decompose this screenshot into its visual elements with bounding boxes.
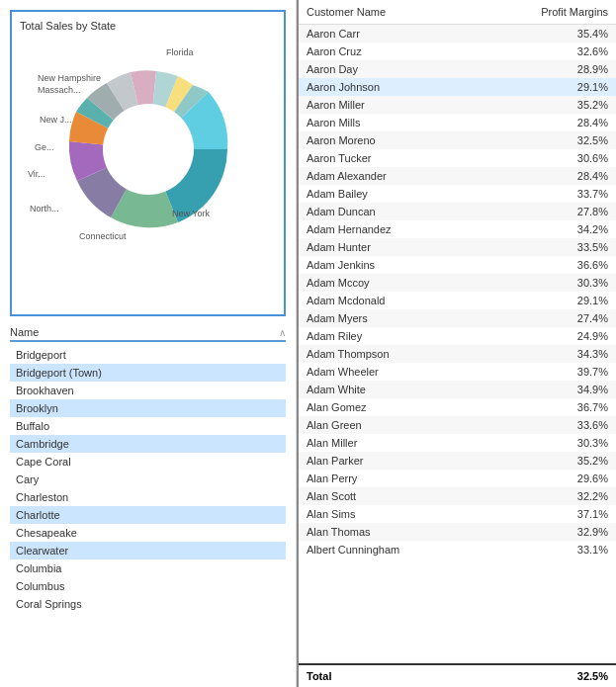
list-item[interactable]: Coral Springs	[10, 595, 286, 613]
chart-title: Total Sales by State	[20, 20, 276, 32]
list-item[interactable]: Cambridge	[10, 435, 286, 453]
list-item[interactable]: Bridgeport	[10, 346, 286, 364]
customer-name-cell: Aaron Cruz	[299, 43, 479, 60]
customer-name-cell: Adam Myers	[299, 309, 479, 327]
table-row[interactable]: Alan Green33.6%	[299, 416, 616, 434]
profit-margin-cell: 33.5%	[479, 238, 616, 256]
main-container: Total Sales by State	[0, 0, 616, 687]
right-panel: Customer Name Profit Margins Aaron Carr3…	[297, 0, 616, 687]
customer-name-cell: Albert Cunningham	[299, 541, 479, 558]
profit-margin-cell: 30.6%	[479, 149, 616, 167]
table-row[interactable]: Adam Mcdonald29.1%	[299, 292, 616, 309]
list-item[interactable]: Brooklyn	[10, 399, 286, 417]
table-container[interactable]: Customer Name Profit Margins Aaron Carr3…	[299, 0, 616, 663]
list-item[interactable]: Cary	[10, 471, 286, 488]
table-row[interactable]: Aaron Miller35.2%	[299, 96, 616, 114]
list-item[interactable]: Chesapeake	[10, 524, 286, 542]
profit-margin-cell: 28.4%	[479, 167, 616, 185]
profit-margin-cell: 27.8%	[479, 203, 616, 220]
table-row[interactable]: Alan Sims37.1%	[299, 505, 616, 523]
profit-margin-cell: 33.6%	[479, 416, 616, 434]
profit-margin-cell: 28.9%	[479, 60, 616, 78]
customer-name-cell: Adam Bailey	[299, 185, 479, 203]
customer-name-cell: Alan Scott	[299, 487, 479, 505]
table-row[interactable]: Adam Jenkins36.6%	[299, 256, 616, 274]
table-row[interactable]: Aaron Carr35.4%	[299, 25, 616, 43]
profit-margin-cell: 35.4%	[479, 25, 616, 43]
donut-chart-svg	[49, 36, 247, 243]
list-item[interactable]: Buffalo	[10, 417, 286, 435]
list-item[interactable]: Columbus	[10, 577, 286, 595]
customer-name-cell: Adam Thompson	[299, 345, 479, 363]
chart-inner: Florida New York Connecticut North... Vi…	[20, 36, 276, 293]
profit-margin-cell: 28.4%	[479, 114, 616, 131]
customer-name-cell: Aaron Day	[299, 60, 479, 78]
customer-name-cell: Adam Riley	[299, 327, 479, 345]
table-row[interactable]: Adam Hernandez34.2%	[299, 220, 616, 238]
profit-margin-cell: 39.7%	[479, 363, 616, 381]
table-row[interactable]: Adam Thompson34.3%	[299, 345, 616, 363]
col-customer-name: Customer Name	[299, 0, 479, 25]
profit-margin-cell: 24.9%	[479, 327, 616, 345]
table-row[interactable]: Adam Duncan27.8%	[299, 203, 616, 220]
table-row[interactable]: Aaron Day28.9%	[299, 60, 616, 78]
table-row[interactable]: Adam Mccoy30.3%	[299, 274, 616, 292]
table-row[interactable]: Alan Perry29.6%	[299, 470, 616, 487]
customer-name-cell: Alan Perry	[299, 470, 479, 487]
table-row[interactable]: Adam Wheeler39.7%	[299, 363, 616, 381]
table-row[interactable]: Adam White34.9%	[299, 381, 616, 398]
customer-name-cell: Adam Jenkins	[299, 256, 479, 274]
table-row[interactable]: Aaron Mills28.4%	[299, 114, 616, 131]
profit-margin-cell: 34.2%	[479, 220, 616, 238]
table-row[interactable]: Aaron Tucker30.6%	[299, 149, 616, 167]
table-row[interactable]: Alan Parker35.2%	[299, 452, 616, 470]
customer-name-cell: Aaron Miller	[299, 96, 479, 114]
customer-name-cell: Alan Miller	[299, 434, 479, 452]
table-row[interactable]: Aaron Johnson29.1%	[299, 78, 616, 96]
profit-margin-cell: 35.2%	[479, 452, 616, 470]
total-label: Total	[307, 670, 331, 682]
table-row[interactable]: Adam Riley24.9%	[299, 327, 616, 345]
list-header-label: Name	[10, 326, 39, 338]
table-body: Aaron Carr35.4%Aaron Cruz32.6%Aaron Day2…	[299, 25, 616, 559]
table-row[interactable]: Albert Cunningham33.1%	[299, 541, 616, 558]
chart-container: Total Sales by State	[10, 10, 286, 316]
list-header: Name ∧	[10, 326, 286, 342]
profit-margin-cell: 29.1%	[479, 292, 616, 309]
profit-margin-cell: 36.6%	[479, 256, 616, 274]
table-row[interactable]: Adam Alexander28.4%	[299, 167, 616, 185]
profit-margin-cell: 33.1%	[479, 541, 616, 558]
table-row[interactable]: Aaron Cruz32.6%	[299, 43, 616, 60]
table-row[interactable]: Adam Hunter33.5%	[299, 238, 616, 256]
table-row[interactable]: Alan Miller30.3%	[299, 434, 616, 452]
profit-margin-cell: 32.2%	[479, 487, 616, 505]
list-items[interactable]: BridgeportBridgeport (Town)BrookhavenBro…	[10, 346, 286, 687]
table-row[interactable]: Alan Scott32.2%	[299, 487, 616, 505]
list-item[interactable]: Cape Coral	[10, 453, 286, 471]
list-item[interactable]: Bridgeport (Town)	[10, 364, 286, 382]
list-item[interactable]: Brookhaven	[10, 382, 286, 399]
customer-name-cell: Aaron Mills	[299, 114, 479, 131]
customer-name-cell: Alan Sims	[299, 505, 479, 523]
list-item[interactable]: Columbia	[10, 559, 286, 577]
customer-name-cell: Alan Green	[299, 416, 479, 434]
profit-margin-cell: 27.4%	[479, 309, 616, 327]
profit-margin-cell: 33.7%	[479, 185, 616, 203]
table-row[interactable]: Adam Bailey33.7%	[299, 185, 616, 203]
table-row[interactable]: Alan Gomez36.7%	[299, 398, 616, 416]
table-row[interactable]: Adam Myers27.4%	[299, 309, 616, 327]
profit-margin-cell: 34.3%	[479, 345, 616, 363]
table-footer: Total 32.5%	[299, 663, 616, 687]
list-item[interactable]: Charlotte	[10, 506, 286, 524]
customer-name-cell: Adam Mccoy	[299, 274, 479, 292]
profit-margin-cell: 32.6%	[479, 43, 616, 60]
list-scroll-up[interactable]: ∧	[279, 327, 286, 338]
customer-name-cell: Adam Hunter	[299, 238, 479, 256]
table-row[interactable]: Alan Thomas32.9%	[299, 523, 616, 541]
total-value: 32.5%	[577, 670, 608, 682]
table-row[interactable]: Aaron Moreno32.5%	[299, 131, 616, 149]
profit-margin-cell: 37.1%	[479, 505, 616, 523]
customer-name-cell: Adam Wheeler	[299, 363, 479, 381]
list-item[interactable]: Clearwater	[10, 542, 286, 559]
list-item[interactable]: Charleston	[10, 488, 286, 506]
